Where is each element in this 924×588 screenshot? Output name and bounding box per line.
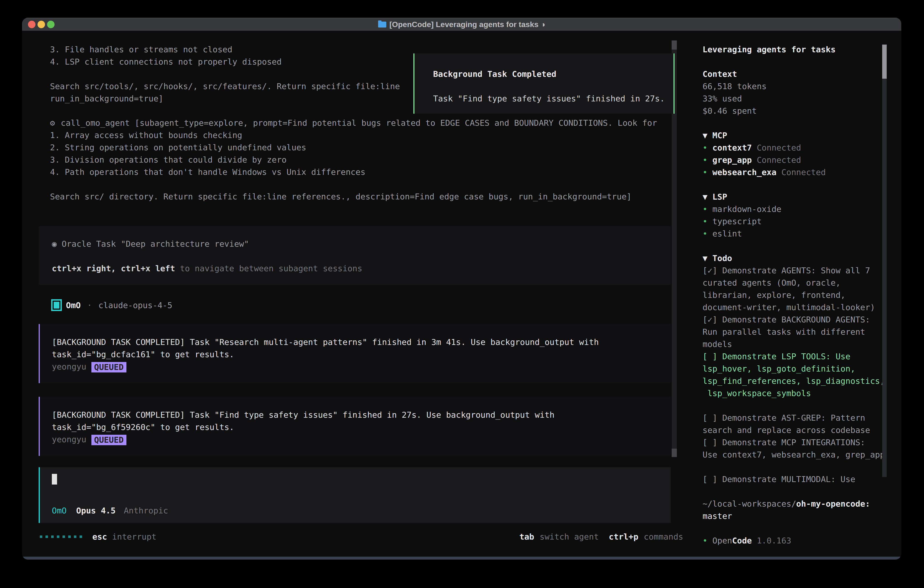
text-cursor [52,474,57,484]
version-line: •OpenCode1.0.163 [703,535,889,547]
mcp-item: •context7Connected [703,142,889,154]
window-title: [OpenCode] Leveraging agents for tasks ◑ [389,20,545,29]
workspace-repo: oh-my-opencode: [796,499,870,509]
toast-body: Task "Find type safety issues" finished … [433,92,673,105]
toast-spacer [433,80,673,92]
tool-call-line: Search src/ directory. Return specific f… [50,190,675,203]
bullet-icon: • [703,203,712,215]
version-name-suffix: Code [732,536,752,545]
spinner-dot [46,535,48,538]
todo-line-active: [ ] Demonstrate LSP TOOLS: Use [703,350,889,363]
oracle-task-title: Oracle Task "Deep architecture review" [57,239,249,249]
mcp-status: Connected [757,143,801,152]
input-provider: Anthropic [124,506,168,515]
todo-section-header[interactable]: ▼Todo [703,252,889,264]
todo-line: [ ] Demonstrate MCP INTEGRATIONS: [703,436,889,449]
chevron-down-icon: ▼ [703,252,712,264]
spinner-dots [40,535,82,538]
message-author: yeongyu [52,362,86,371]
tool-call-output: ⚙ call_omo_agent [subagent_type=explore,… [50,117,675,203]
tab-key-label: switch agent [540,532,599,542]
lsp-section-header[interactable]: ▼LSP [703,191,889,203]
context-spent: $0.46 spent [703,105,889,117]
window-titlebar: [OpenCode] Leveraging agents for tasks ◑ [22,18,901,31]
sidebar-scrollbar-thumb[interactable] [882,45,887,79]
ctrlp-key-label: commands [644,532,683,542]
workspace-path-prefix: ~/local-workspaces/ [703,499,796,509]
lsp-name: eslint [712,229,742,238]
mcp-name: grep_app [712,155,752,165]
spinner-dot [63,535,65,538]
gear-icon: ⚙ [50,118,55,127]
session-title: Leveraging agents for tasks [703,43,889,56]
todo-line: [✓] Demonstrate AGENTS: Show all 7 [703,264,889,277]
agent-separator: · [87,301,92,310]
toast-title: Background Task Completed [433,68,673,80]
tool-call-line: 4. Path operations that don't handle Win… [50,166,675,178]
message-line: task_id="bg_dcfac161" to get results. [52,349,671,361]
main-scrollbar-thumb-top[interactable] [672,40,677,50]
fisheye-icon: ◉ [52,239,57,249]
titlebar-title-wrap: [OpenCode] Leveraging agents for tasks ◑ [22,18,901,31]
version-name-prefix: Open [712,536,732,545]
todo-line: [ ] Demonstrate AST-GREP: Pattern [703,412,889,424]
message-meta: yeongyuQUEUED [52,433,671,446]
context-used: 33% used [703,92,889,105]
bullet-icon: • [703,215,712,228]
message-line: [BACKGROUND TASK COMPLETED] Task "Resear… [52,336,671,349]
sidebar-spacer [703,117,889,129]
oracle-keybinding: ctrl+x right, ctrl+x left [52,264,175,273]
agent-header: OmO · claude-opus-4-5 [51,299,172,311]
ctrlp-key-hint: ctrl+p [609,532,639,542]
main-scrollbar-thumb-bottom[interactable] [672,449,677,457]
spinner-dot [40,535,42,538]
bullet-icon: • [703,535,712,547]
workspace-branch: master [703,510,889,522]
tool-call-line: 1. Array access without bounds checking [50,129,675,141]
chevron-down-icon: ▼ [703,129,712,142]
statusbar-right: tab switch agent ctrl+p commands [519,532,683,542]
status-badge: QUEUED [91,435,126,445]
mcp-status: Connected [757,155,801,165]
todo-line: Run parallel tasks with different [703,326,889,338]
oracle-hint: to navigate between subagent sessions [175,264,362,273]
agent-icon-fill [54,302,59,309]
spinner-dot [51,535,54,538]
version-number: 1.0.163 [757,536,791,545]
tool-call-line: 2. String operations on potentially unde… [50,141,675,154]
oracle-spacer [52,250,671,263]
todo-line: [✓] Demonstrate BACKGROUND AGENTS: [703,314,889,326]
background-task-message: [BACKGROUND TASK COMPLETED] Task "Find t… [39,397,671,456]
todo-line: models [703,338,889,350]
todo-line [703,400,889,412]
context-heading: Context [703,68,889,80]
status-badge: QUEUED [91,362,126,372]
mcp-item: •grep_appConnected [703,154,889,166]
mcp-heading: MCP [712,131,727,140]
input-agent-name: OmO [52,506,67,515]
prompt-input[interactable]: OmO Opus 4.5 Anthropic [39,467,671,523]
tool-call-text: call_omo_agent [subagent_type=explore, p… [56,118,657,127]
tab-key-hint: tab [519,532,534,542]
todo-line: document-writer, multimodal-looker) [703,301,889,314]
sidebar-spacer [703,56,889,68]
input-meta: OmO Opus 4.5 Anthropic [52,504,168,517]
sidebar-spacer [703,522,889,535]
mcp-section-header[interactable]: ▼MCP [703,129,889,142]
agent-model: claude-opus-4-5 [99,301,172,310]
mcp-name: websearch_exa [712,168,776,177]
message-line: task_id="bg_6f59260c" to get results. [52,421,671,433]
input-model: Opus 4.5 [76,506,116,515]
lsp-item: •eslint [703,228,889,240]
sidebar: Leveraging agents for tasks Context 66,5… [703,43,889,547]
todo-line: [ ] Demonstrate MULTIMODAL: Use [703,473,889,486]
bullet-icon: • [703,166,712,178]
message-line: [BACKGROUND TASK COMPLETED] Task "Find t… [52,409,671,421]
mcp-item: •websearch_exaConnected [703,166,889,178]
lsp-item: •typescript [703,215,889,228]
sidebar-scrollbar-track[interactable] [882,45,887,477]
lsp-name: typescript [712,217,762,226]
window-bottom-frame [22,557,901,560]
background-task-message: [BACKGROUND TASK COMPLETED] Task "Resear… [39,324,671,383]
tool-call-line: 3. Division operations that could divide… [50,154,675,166]
